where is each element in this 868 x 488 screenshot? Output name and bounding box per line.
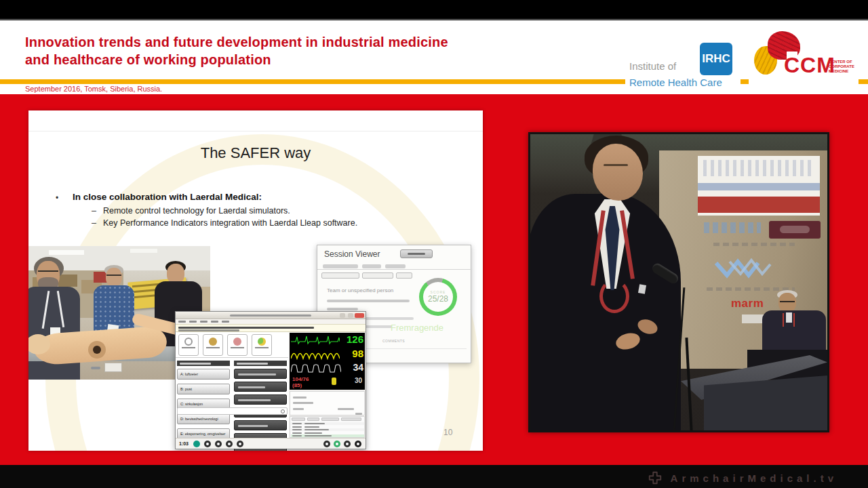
- irhc-logo: Institute of IRHC Remote Health Care: [625, 37, 741, 88]
- minimize-button[interactable]: [340, 313, 345, 318]
- abp-value: 104/76 (85): [292, 376, 309, 388]
- slide-title: The SAFER way: [28, 144, 483, 162]
- ccm-logo: CCM CENTER OF CORPORATE MEDICINE: [749, 28, 859, 89]
- spo2-value: 98: [352, 348, 363, 359]
- close-button[interactable]: [355, 313, 364, 318]
- video-frame-page: Innovation trends and future development…: [0, 0, 868, 488]
- category-a-button[interactable]: A: luftveier: [177, 369, 230, 380]
- scenario-action-button[interactable]: [234, 420, 287, 430]
- session-viewer-toolbar-button[interactable]: [396, 272, 412, 279]
- spo2-waveform: [291, 348, 340, 360]
- event-log-tabs: [291, 418, 365, 422]
- player-button[interactable]: [204, 441, 211, 447]
- irhc-name-label: Remote Health Care: [629, 77, 722, 88]
- event-log-tab[interactable]: [321, 418, 339, 421]
- event-log-panel: [290, 416, 365, 438]
- simulator-icon-row: [176, 332, 288, 358]
- top-black-bar: [0, 0, 868, 20]
- score-ring-center: SCORE 25/28: [423, 282, 453, 312]
- simulator-titlebar: [176, 312, 366, 319]
- session-viewer-toolbar: [317, 271, 472, 280]
- ecg-waveform: [291, 334, 340, 345]
- footer-bar: ArmchairMedical.tv: [0, 465, 868, 488]
- video-gray-text-row: [713, 243, 795, 246]
- player-button[interactable]: [226, 441, 233, 447]
- control-button[interactable]: [323, 441, 330, 447]
- session-viewer-title: Session Viewer: [324, 249, 380, 259]
- conference-title-line2: and healthcare of working population: [25, 51, 448, 68]
- player-button[interactable]: [237, 441, 243, 447]
- session-viewer-tab[interactable]: [323, 264, 358, 268]
- etco2-value: 34: [353, 362, 363, 373]
- ccm-caption-line3: MEDICINE: [829, 69, 848, 73]
- simulator-info-strip: [176, 324, 366, 332]
- abp-map: (85): [292, 382, 302, 388]
- session-viewer-tab[interactable]: [362, 264, 381, 268]
- photo-box: [58, 274, 77, 287]
- session-viewer-toolbar-button[interactable]: [362, 272, 393, 279]
- event-log-tab[interactable]: [292, 418, 305, 421]
- play-button[interactable]: [193, 441, 200, 447]
- poster-red-band: [698, 197, 820, 213]
- speaker-eyebrow: [604, 164, 628, 166]
- simulator-right-panel: 126 98 34: [289, 332, 366, 438]
- monitor-etco2-row: 34: [290, 361, 365, 375]
- scenario-action-button[interactable]: [234, 369, 287, 379]
- photo-manikin-chest-port: [88, 341, 106, 359]
- score-ring: SCORE 25/28: [419, 278, 457, 316]
- poster-text-speckle: [703, 160, 812, 176]
- simulator-control-window: A: luftveier B: pust C: sirkulasjon D: b…: [175, 311, 366, 449]
- slide-bullet-sub-2: –Key Performance Indicators integration …: [92, 218, 357, 228]
- watermark-text: ArmchairMedical.tv: [671, 472, 837, 484]
- session-viewer-toolbar-button[interactable]: [321, 272, 359, 279]
- abcde-column-header: [177, 361, 230, 366]
- maximize-button[interactable]: [348, 313, 353, 318]
- scenario-action-button[interactable]: [234, 382, 287, 392]
- control-button[interactable]: [355, 441, 361, 447]
- slide-page-number: 10: [443, 428, 452, 437]
- armchairmedical-cross-icon: [648, 470, 663, 485]
- video-blue-text-row: [704, 222, 761, 233]
- simulator-title-text: [230, 314, 311, 317]
- seated-man-lanyard: [783, 313, 795, 327]
- poster-blue-band: [698, 183, 820, 190]
- video-wall-poster: [698, 156, 820, 216]
- simulator-search-field[interactable]: [177, 407, 288, 415]
- conference-title-line1: Innovation trends and future development…: [25, 33, 448, 51]
- treatment-icon-button[interactable]: [252, 334, 272, 356]
- video-dark-banner: [769, 221, 821, 239]
- slide-bullet-main: In close collaboration with Laerdal Medi…: [73, 192, 262, 202]
- player-button[interactable]: [215, 441, 222, 447]
- event-log-tab[interactable]: [341, 418, 361, 421]
- dash-icon: –: [92, 206, 96, 216]
- slide-top-divider: [28, 131, 483, 131]
- session-viewer-button[interactable]: [400, 249, 433, 258]
- category-d-button[interactable]: D: bevissthet/nevrologi: [177, 413, 230, 424]
- photo-ceiling-light: [49, 250, 84, 255]
- control-button-green[interactable]: [334, 441, 340, 447]
- lungs-icon-button[interactable]: [227, 334, 248, 356]
- patient-icon-button[interactable]: [178, 334, 199, 356]
- photo-man-left-glasses: [38, 270, 58, 272]
- elapsed-time: 1:03: [179, 441, 189, 446]
- hr-value: 126: [347, 333, 363, 345]
- video-scene: marm: [530, 134, 827, 430]
- control-button[interactable]: [344, 441, 351, 447]
- wall-brand-text: marm: [731, 297, 764, 310]
- hand-icon-button[interactable]: [203, 334, 223, 356]
- simulator-body: A: luftveier B: pust C: sirkulasjon D: b…: [176, 332, 366, 438]
- event-log-tab[interactable]: [307, 418, 319, 421]
- slide-bullet-sub-1-text: Remote control technology for Laerdal si…: [103, 206, 290, 216]
- speaker-face: [593, 144, 643, 201]
- simulator-properties-panel: [290, 391, 365, 415]
- magnifier-icon: [281, 409, 285, 413]
- scenario-action-button[interactable]: [234, 394, 287, 405]
- watermark-brand: ArmchairMedical.tv: [648, 470, 837, 485]
- session-viewer-tabbar: [317, 262, 472, 270]
- patient-monitor: 126 98 34: [290, 333, 365, 390]
- session-viewer-tab[interactable]: [385, 264, 406, 268]
- event-log-row-highlight: [291, 434, 364, 437]
- category-b-button[interactable]: B: pust: [177, 384, 230, 394]
- ccm-abbr-label: CCM: [784, 53, 835, 78]
- simulator-player-bar: 1:03: [176, 438, 366, 449]
